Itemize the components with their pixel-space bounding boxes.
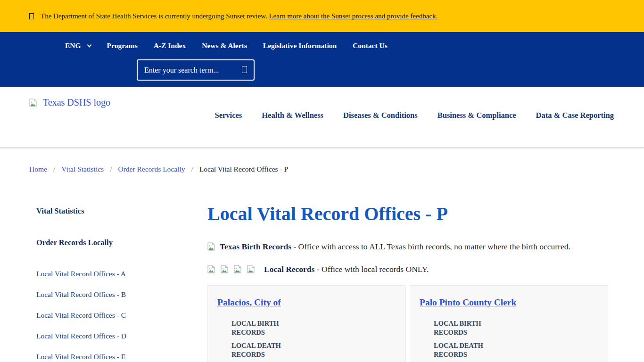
nav-item-az-index[interactable]: A-Z Index [154, 41, 186, 50]
office-link-palo-pinto[interactable]: Palo Pinto County Clerk [420, 297, 516, 308]
sidebar-item-offices-d[interactable]: Local Vital Record Offices - D [36, 332, 192, 340]
sidebar-item-vital-statistics[interactable]: Vital Statistics [36, 206, 192, 216]
language-label: ENG [65, 41, 81, 50]
main-nav: Services Health & Wellness Diseases & Co… [215, 111, 614, 120]
sidebar: Vital Statistics Order Records Locally L… [36, 206, 192, 362]
legend-local-records: Local Records - Office with local record… [207, 263, 608, 275]
nav-item-diseases-conditions[interactable]: Diseases & Conditions [343, 111, 418, 120]
breadcrumb-home[interactable]: Home [29, 165, 47, 173]
breadcrumb-vital-statistics[interactable]: Vital Statistics [61, 165, 104, 173]
alert-message: The Department of State Health Services … [41, 12, 267, 20]
office-card-palo-pinto: Palo Pinto County Clerk LOCAL BIRTH RECO… [410, 285, 608, 362]
office-link-palacios[interactable]: Palacios, City of [217, 297, 281, 308]
nav-item-services[interactable]: Services [215, 111, 242, 120]
nav-item-legislative-information[interactable]: Legislative Information [263, 41, 337, 50]
legend-description: - Office with access to ALL Texas birth … [291, 242, 570, 251]
sidebar-item-offices-a[interactable]: Local Vital Record Offices - A [36, 270, 192, 278]
page-title: Local Vital Record Offices - P [207, 203, 608, 225]
record-item-local-birth: LOCAL BIRTH RECORDS [434, 319, 493, 337]
alert-text: The Department of State Health Services … [41, 12, 438, 20]
legend-bold-label: Texas Birth Records [220, 242, 291, 251]
broken-image-icon [247, 265, 255, 273]
utility-nav: ENG Programs A-Z Index News & Alerts Leg… [65, 41, 388, 50]
search-box [137, 59, 255, 81]
sidebar-item-offices-c[interactable]: Local Vital Record Offices - C [36, 311, 192, 320]
legend-text: Local Records - Office with local record… [264, 263, 429, 275]
sunset-review-link[interactable]: Learn more about the Sunset process and … [269, 12, 438, 20]
search-icon [242, 66, 247, 73]
top-navbar: ENG Programs A-Z Index News & Alerts Leg… [0, 32, 644, 87]
record-list: LOCAL BIRTH RECORDS LOCAL DEATH RECORDS [420, 319, 598, 359]
logo-alt-text: Texas DSHS logo [43, 97, 110, 108]
language-selector[interactable]: ENG [65, 41, 91, 50]
office-cards: Palacios, City of LOCAL BIRTH RECORDS LO… [207, 285, 608, 362]
breadcrumb: Home / Vital Statistics / Order Records … [29, 165, 288, 173]
broken-image-icon [29, 99, 37, 107]
search-input[interactable] [138, 66, 240, 74]
breadcrumb-separator: / [110, 165, 112, 173]
alert-banner: The Department of State Health Services … [0, 0, 644, 32]
record-list: LOCAL BIRTH RECORDS LOCAL DEATH RECORDS [217, 319, 396, 359]
main-content: Local Vital Record Offices - P Texas Bir… [207, 203, 608, 362]
record-item-local-death: LOCAL DEATH RECORDS [434, 341, 493, 359]
legend-texas-birth-records: Texas Birth Records - Office with access… [207, 240, 608, 253]
nav-item-health-wellness[interactable]: Health & Wellness [262, 111, 323, 120]
site-header: Texas DSHS logo Services Health & Wellne… [0, 87, 644, 148]
broken-image-icon [221, 265, 228, 273]
broken-image-icon [207, 265, 215, 273]
warning-icon [29, 13, 34, 19]
nav-item-contact-us[interactable]: Contact Us [353, 41, 388, 50]
nav-item-data-case-reporting[interactable]: Data & Case Reporting [536, 111, 614, 120]
site-logo[interactable]: Texas DSHS logo [29, 97, 110, 108]
chevron-down-icon [87, 42, 91, 47]
legend-description: - Office with local records ONLY. [314, 264, 429, 274]
nav-item-news-alerts[interactable]: News & Alerts [202, 41, 247, 50]
record-item-local-death: LOCAL DEATH RECORDS [231, 341, 290, 359]
office-card-palacios: Palacios, City of LOCAL BIRTH RECORDS LO… [207, 285, 406, 362]
breadcrumb-current-page: Local Vital Record Offices - P [199, 165, 288, 173]
sidebar-item-order-records-locally[interactable]: Order Records Locally [36, 238, 192, 247]
nav-item-business-compliance[interactable]: Business & Compliance [438, 111, 516, 120]
search-button[interactable] [240, 66, 254, 74]
record-item-local-birth: LOCAL BIRTH RECORDS [231, 319, 290, 337]
breadcrumb-order-records-locally[interactable]: Order Records Locally [118, 165, 185, 173]
legend-bold-label: Local Records [264, 264, 314, 274]
sidebar-item-offices-e[interactable]: Local Vital Record Offices - E [36, 353, 192, 361]
broken-image-icon [207, 242, 215, 251]
breadcrumb-separator: / [191, 165, 193, 173]
nav-item-programs[interactable]: Programs [107, 41, 138, 50]
sidebar-item-offices-b[interactable]: Local Vital Record Offices - B [36, 290, 192, 299]
breadcrumb-separator: / [53, 165, 55, 173]
broken-image-icon [234, 265, 241, 273]
